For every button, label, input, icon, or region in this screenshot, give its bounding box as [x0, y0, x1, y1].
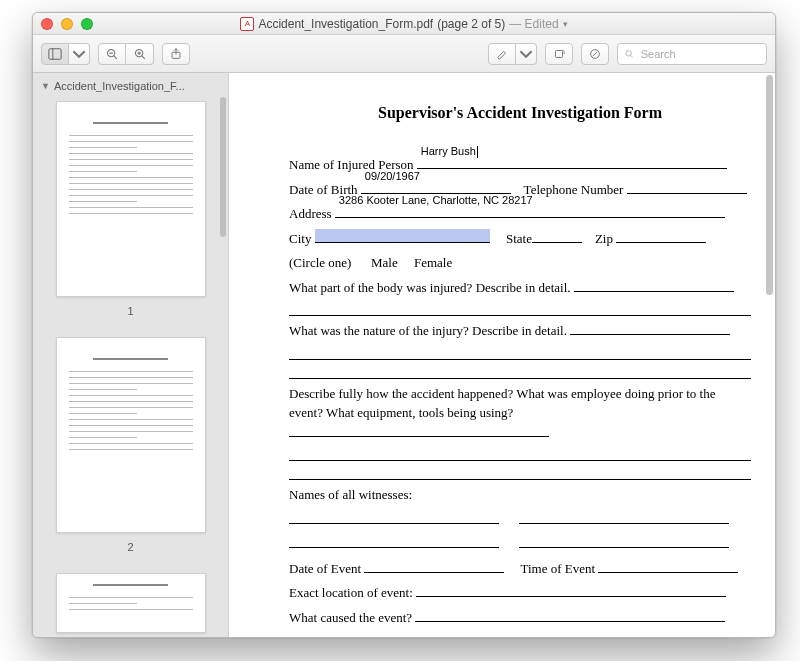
window-controls — [41, 18, 93, 30]
svg-line-6 — [141, 55, 144, 58]
nature-injury-line-2[interactable] — [289, 365, 751, 379]
state-field[interactable] — [532, 229, 582, 243]
zoom-window-button[interactable] — [81, 18, 93, 30]
thumbnail-page-1[interactable] — [56, 101, 206, 297]
sidebar-toggle-button[interactable] — [41, 43, 69, 65]
nature-injury-field[interactable] — [570, 321, 730, 335]
how-happened-label: Describe fully how the accident happened… — [289, 386, 715, 421]
time-of-event-label: Time of Event — [520, 561, 595, 576]
disclosure-triangle-icon[interactable]: ▼ — [41, 81, 50, 91]
minimize-window-button[interactable] — [61, 18, 73, 30]
witness-field-2[interactable] — [519, 510, 729, 524]
how-happened-line[interactable] — [289, 447, 751, 461]
what-caused-label: What caused the event? — [289, 610, 412, 625]
titlebar: A Accident_Investigation_Form.pdf (page … — [33, 13, 775, 35]
rotate-button[interactable] — [545, 43, 573, 65]
main-scrollbar[interactable] — [766, 75, 773, 295]
address-label: Address — [289, 206, 332, 221]
witness-field-1[interactable] — [289, 510, 499, 524]
male-option[interactable]: Male — [371, 255, 398, 270]
close-window-button[interactable] — [41, 18, 53, 30]
what-caused-field[interactable] — [415, 608, 725, 622]
svg-line-3 — [114, 55, 117, 58]
witness-field-4[interactable] — [519, 534, 729, 548]
svg-rect-0 — [49, 48, 61, 59]
exact-location-field[interactable] — [416, 583, 726, 597]
witness-field-3[interactable] — [289, 534, 499, 548]
form-heading: Supervisor's Accident Investigation Form — [289, 101, 751, 125]
zoom-group — [98, 43, 154, 65]
body-injured-label: What part of the body was injured? Descr… — [289, 280, 571, 295]
pdf-page: Supervisor's Accident Investigation Form… — [229, 73, 775, 637]
nature-injury-label: What was the nature of the injury? Descr… — [289, 323, 567, 338]
title-filename: Accident_Investigation_Form.pdf — [258, 17, 433, 31]
sidebar-header[interactable]: ▼ Accident_Investigation_F... — [33, 73, 228, 95]
search-input[interactable] — [639, 47, 760, 61]
svg-point-12 — [626, 50, 631, 55]
address-value: 3286 Kooter Lane, Charlotte, NC 28217 — [339, 192, 533, 209]
zoom-out-button[interactable] — [98, 43, 126, 65]
title-edited: — Edited — [509, 17, 558, 31]
witnesses-label: Names of all witnesses: — [289, 487, 412, 502]
zoom-in-button[interactable] — [126, 43, 154, 65]
thumbnail-label: 1 — [127, 305, 133, 317]
nature-injury-line[interactable] — [289, 346, 751, 360]
search-field[interactable] — [617, 43, 767, 65]
highlight-menu-button[interactable] — [516, 43, 537, 65]
city-label: City — [289, 231, 311, 246]
svg-line-13 — [631, 55, 633, 57]
share-button[interactable] — [162, 43, 190, 65]
time-of-event-field[interactable] — [598, 559, 738, 573]
document-view[interactable]: Supervisor's Accident Investigation Form… — [229, 73, 775, 637]
svg-rect-10 — [556, 50, 563, 57]
title-page-info: (page 2 of 5) — [437, 17, 505, 31]
how-happened-field[interactable] — [289, 423, 549, 437]
name-field[interactable]: Harry Bush — [417, 155, 727, 169]
exact-location-label: Exact location of event: — [289, 585, 413, 600]
app-window: A Accident_Investigation_Form.pdf (page … — [32, 12, 776, 638]
chevron-down-icon[interactable]: ▾ — [563, 19, 568, 29]
toolbar — [33, 35, 775, 73]
highlight-button[interactable] — [488, 43, 516, 65]
phone-field[interactable] — [627, 180, 747, 194]
thumbnail-page-3[interactable] — [56, 573, 206, 633]
date-of-event-label: Date of Event — [289, 561, 361, 576]
window-title: A Accident_Investigation_Form.pdf (page … — [33, 17, 775, 31]
sidebar-scrollbar[interactable] — [220, 97, 226, 237]
phone-label: Telephone Number — [524, 182, 624, 197]
what-caused-line[interactable] — [289, 632, 751, 637]
thumbnail-sidebar: ▼ Accident_Investigation_F... — [33, 73, 229, 637]
body-injured-field[interactable] — [574, 278, 734, 292]
view-group — [41, 43, 90, 65]
city-field[interactable] — [315, 229, 490, 243]
sidebar-body: 1 2 — [33, 95, 228, 637]
markup-toolbar-button[interactable] — [581, 43, 609, 65]
thumbnail-label: 2 — [127, 541, 133, 553]
search-icon — [624, 48, 635, 60]
pdf-file-icon: A — [240, 17, 254, 31]
how-happened-line-2[interactable] — [289, 466, 751, 480]
zip-label: Zip — [595, 231, 613, 246]
female-option[interactable]: Female — [414, 255, 452, 270]
state-label: State — [506, 231, 532, 246]
markup-group — [488, 43, 537, 65]
view-menu-button[interactable] — [69, 43, 90, 65]
body-injured-line[interactable] — [289, 302, 751, 316]
address-field[interactable]: 3286 Kooter Lane, Charlotte, NC 28217 — [335, 204, 725, 218]
sidebar-filename: Accident_Investigation_F... — [54, 80, 185, 92]
zip-field[interactable] — [616, 229, 706, 243]
date-of-event-field[interactable] — [364, 559, 504, 573]
dob-value: 09/20/1967 — [365, 168, 420, 185]
thumbnail-page-2[interactable] — [56, 337, 206, 533]
circle-one-label: (Circle one) — [289, 255, 351, 270]
name-value: Harry Bush — [421, 143, 478, 160]
content-area: ▼ Accident_Investigation_F... — [33, 73, 775, 637]
